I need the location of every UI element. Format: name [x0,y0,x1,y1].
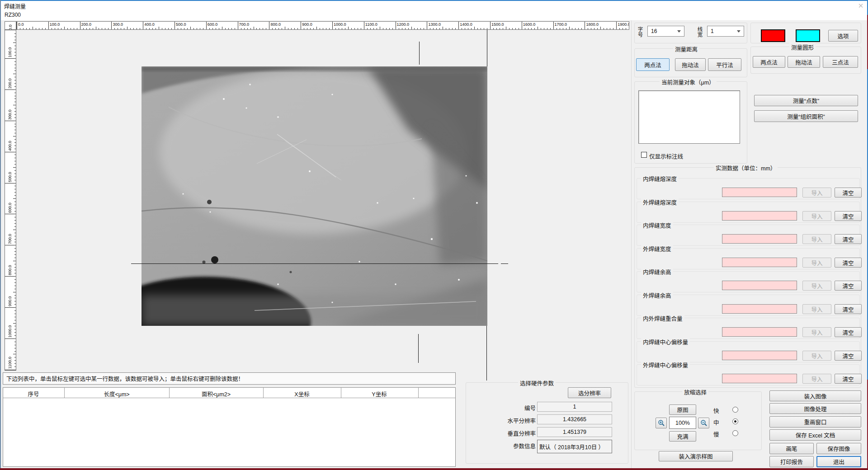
outer-seam-width-clear-button[interactable]: 清空 [835,258,862,268]
ruler-minor-tick [184,28,184,29]
outer-seam-width-input[interactable] [722,258,797,267]
ruler-minor-tick [14,114,16,115]
ruler-minor-tick [14,149,16,149]
circle-three-point-button[interactable]: 三点法 [823,56,858,68]
hint-text: 下边列表中，单击鼠标左键可选中某一行数据，该数据可被导入；单击鼠标右键可删除该数… [6,374,244,383]
fill-window-button[interactable]: 充满 [669,431,696,442]
ruler-minor-tick [127,27,127,29]
load-image-button[interactable]: 装入图像 [769,390,861,401]
inner-seam-width-input[interactable] [722,234,797,244]
h-ruler-label: 1900.0 [618,22,629,27]
ruler-minor-tick [377,28,377,29]
vertical-resolution-field[interactable]: 1.451379 [537,427,612,437]
ruler-minor-tick [581,28,582,29]
pen-button[interactable]: 画笔 [769,443,814,454]
zoom-in-button[interactable] [656,418,667,428]
table-header-4: Y坐标 [372,390,387,398]
h-ruler-label: 800.0 [270,22,281,27]
image-canvas[interactable] [16,30,629,371]
ruler-minor-tick [152,28,153,29]
original-size-button[interactable]: 原图 [669,404,696,415]
speed-radio-1[interactable] [732,418,738,424]
outer-seam-reinforcement-input[interactable] [722,304,797,314]
distance-two-point-button[interactable]: 两点法 [636,58,670,71]
distance-drag-button[interactable]: 拖动法 [675,58,706,71]
outer-center-offset-clear-button[interactable]: 清空 [835,374,862,384]
ruler-minor-tick [14,295,16,296]
select-resolution-button[interactable]: 选分辨率 [568,387,611,398]
horizontal-resolution-field[interactable]: 1.432665 [537,414,612,424]
vertical-ruler: 100.0200.0300.0400.0500.0600.0700.0800.0… [5,30,16,371]
h-ruler-label: 500.0 [176,22,186,27]
zoom-out-button[interactable] [698,418,709,428]
ruler-minor-tick [13,42,16,43]
redraw-window-button[interactable]: 重画窗口 [769,416,861,428]
h-ruler-label: 700.0 [239,22,250,27]
v-ruler-label: 900.0 [8,288,12,306]
inner-seam-width-clear-button[interactable]: 清空 [835,234,862,244]
seam-overlap-import-button[interactable]: 导入 [802,327,831,337]
ruler-minor-tick [430,28,430,29]
measure-area-button[interactable]: 测量“组织面积” [754,110,858,122]
inner-seam-depth-input[interactable] [722,188,797,197]
seam-overlap-input[interactable] [722,327,797,337]
table-column-divider [341,388,341,398]
menu-item-rz300[interactable]: RZ300 [5,12,21,18]
ruler-minor-tick [465,28,465,29]
ruler-minor-tick [146,28,146,29]
print-report-button[interactable]: 打印报告 [769,456,814,467]
distance-parallel-button[interactable]: 平行法 [708,58,741,71]
zoom-value-field[interactable]: 100% [669,417,696,429]
outer-seam-depth-input[interactable] [722,211,797,221]
results-table[interactable]: 序号长度<μm>面积<μm2>X坐标Y坐标 [3,387,456,467]
outer-seam-reinforcement-import-button[interactable]: 导入 [802,304,831,314]
inner-seam-reinforcement-clear-button[interactable]: 清空 [835,281,862,291]
image-process-button[interactable]: 图像处理 [769,403,861,414]
primary-color-swatch[interactable] [761,29,785,42]
ruler-minor-tick [14,335,16,336]
circle-two-point-button[interactable]: 两点法 [753,56,785,68]
line-width-select[interactable]: 1 [707,26,744,37]
inner-seam-reinforcement-import-button[interactable]: 导入 [802,281,831,291]
save-excel-button[interactable]: 保存 Excel 文档 [769,429,861,441]
circle-drag-button[interactable]: 拖动法 [788,56,820,68]
exit-button[interactable]: 退出 [816,456,861,467]
current-object-listbox[interactable] [638,90,740,144]
load-demo-button[interactable]: 装入演示样图 [659,451,733,461]
show-annotation-checkbox[interactable] [641,152,647,158]
outer-seam-depth-import-button[interactable]: 导入 [802,211,831,221]
ruler-minor-tick [26,28,27,29]
outer-center-offset-input[interactable] [722,374,797,383]
outer-seam-depth-label: 外焊缝熔深度 [641,198,679,207]
inner-seam-reinforcement-input[interactable] [722,281,797,290]
inner-seam-depth-clear-button[interactable]: 清空 [835,188,862,197]
secondary-color-swatch[interactable] [796,29,820,42]
outer-center-offset-import-button[interactable]: 导入 [802,374,831,384]
inner-center-offset-clear-button[interactable]: 清空 [835,351,862,361]
ruler-minor-tick [14,139,16,140]
table-column-divider [169,388,170,398]
device-id-field[interactable]: 1 [537,402,612,412]
save-image-button[interactable]: 保存图像 [816,443,861,454]
inner-seam-width-import-button[interactable]: 导入 [802,234,831,244]
inner-seam-depth-import-button[interactable]: 导入 [802,188,831,197]
ruler-minor-tick [14,258,16,258]
inner-center-offset-import-button[interactable]: 导入 [802,351,831,361]
font-size-select[interactable]: 16 [647,26,684,37]
close-icon[interactable]: ✕ [856,1,866,10]
speed-radio-0[interactable] [732,407,738,413]
speed-radio-2[interactable] [732,430,738,436]
ruler-minor-tick [14,155,16,155]
ruler-minor-tick [14,289,16,289]
outer-seam-reinforcement-clear-button[interactable]: 清空 [835,304,862,314]
seam-overlap-clear-button[interactable]: 清空 [835,327,862,337]
parameter-info-field[interactable]: 默认（ 2018年3月10日 ） [537,440,612,453]
ruler-minor-tick [14,301,16,301]
inner-center-offset-input[interactable] [722,351,797,360]
options-button[interactable]: 选项 [828,30,858,42]
ruler-minor-tick [496,28,497,29]
measure-points-button[interactable]: 测量“点数” [754,95,858,106]
outer-seam-width-import-button[interactable]: 导入 [802,258,831,268]
ruler-minor-tick [29,28,30,29]
outer-seam-depth-clear-button[interactable]: 清空 [835,211,862,221]
